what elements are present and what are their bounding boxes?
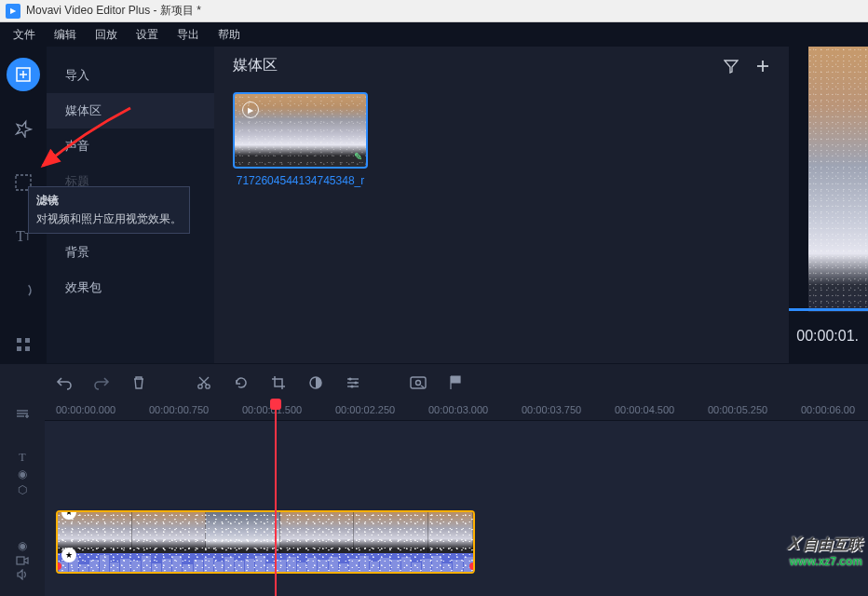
timeline-toolbar [0, 363, 868, 400]
marker-button[interactable] [440, 367, 471, 399]
tooltip-body: 对视频和照片应用视觉效果。 [36, 211, 182, 227]
tracks-area[interactable]: ★ ★ [45, 421, 868, 596]
record-button[interactable] [402, 367, 434, 399]
plus-icon[interactable] [755, 59, 770, 74]
title-bar: ▶ Movavi Video Editor Plus - 新项目 * [0, 0, 868, 22]
ruler-tick: 00:00:02.250 [335, 404, 395, 415]
svg-point-21 [350, 385, 353, 387]
adjust-button[interactable] [337, 367, 369, 399]
timeline: T ◉ ⬡ ◉ 00:00:00.000 00:00:00.750 00:00:… [0, 400, 868, 596]
rotate-button[interactable] [225, 367, 257, 399]
contrast-button[interactable] [300, 367, 332, 399]
svg-point-11 [198, 384, 202, 387]
menu-playback[interactable]: 回放 [86, 23, 127, 47]
sidebar-item-media[interactable]: 媒体区 [47, 93, 214, 129]
timeline-gutter: T ◉ ⬡ ◉ [0, 400, 45, 596]
crop-button[interactable] [263, 367, 294, 399]
svg-point-12 [206, 384, 210, 387]
sidebar-item-effects[interactable]: 效果包 [47, 270, 214, 305]
tooltip-title: 滤镜 [36, 193, 182, 209]
window-title: Movavi Video Editor Plus - 新项目 * [26, 3, 201, 19]
undo-button[interactable] [48, 367, 80, 399]
svg-point-23 [416, 380, 421, 385]
clip-star-icon[interactable]: ★ [61, 548, 76, 562]
play-icon: ▶ [242, 102, 259, 118]
preview-screen[interactable] [808, 47, 868, 312]
rail-apps-button[interactable] [7, 328, 40, 361]
menu-settings[interactable]: 设置 [127, 23, 168, 47]
video-clip[interactable]: ★ ★ [56, 510, 475, 574]
ruler-tick: 00:00:03.000 [428, 404, 488, 415]
preview-progress[interactable] [789, 308, 868, 311]
ruler-tick: 00:00:03.750 [522, 404, 581, 415]
svg-point-19 [348, 377, 351, 380]
redo-button[interactable] [86, 367, 117, 399]
playhead[interactable] [275, 400, 277, 596]
text-track-icon[interactable]: T [19, 451, 25, 465]
add-track-icon[interactable] [15, 408, 30, 419]
thumbnail-name: 7172604544134745348_r [233, 174, 368, 187]
sidebar-item-import[interactable]: 导入 [47, 58, 214, 93]
timeline-body[interactable]: 00:00:00.000 00:00:00.750 00:00:01.500 0… [45, 400, 868, 596]
menu-file[interactable]: 文件 [4, 23, 45, 47]
menu-edit[interactable]: 编辑 [45, 23, 86, 47]
media-title: 媒体区 [233, 56, 278, 75]
menu-export[interactable]: 导出 [168, 23, 209, 47]
sidebar-item-audio[interactable]: 声音 [47, 129, 214, 164]
preview-panel: 00:00:01. [789, 47, 868, 363]
svg-rect-8 [25, 346, 30, 351]
svg-rect-7 [17, 346, 21, 351]
clip-handle-right[interactable] [469, 562, 475, 570]
ruler-tick: 00:00:06.00 [801, 404, 855, 415]
media-thumbnail[interactable]: ▶ ✎ 7172604544134745348_r [233, 92, 368, 187]
cut-button[interactable] [188, 367, 220, 399]
video-track-icon[interactable] [16, 555, 29, 566]
menu-bar: 文件 编辑 回放 设置 导出 帮助 [0, 22, 868, 47]
svg-rect-6 [25, 338, 30, 343]
ruler-tick: 00:00:00.750 [149, 404, 209, 415]
rail-transition-button[interactable] [7, 274, 40, 307]
svg-point-20 [354, 381, 357, 384]
delete-button[interactable] [123, 367, 155, 399]
video-track-eye-icon[interactable]: ◉ [18, 539, 27, 552]
preview-timecode: 00:00:01. [796, 328, 859, 345]
eye-icon[interactable]: ◉ [18, 467, 27, 481]
rail-filters-button[interactable] [7, 112, 40, 145]
media-header: 媒体区 [233, 56, 770, 75]
ruler-tick: 00:00:00.000 [56, 404, 115, 415]
media-zone: 媒体区 ▶ ✎ 7172604544134745348_r [214, 47, 789, 363]
svg-point-4 [14, 281, 33, 300]
svg-rect-29 [17, 557, 24, 564]
main-area: TT 导入 媒体区 声音 标题 贴纸 背景 效果包 滤镜 对视频和照片应用视觉效… [0, 47, 868, 363]
filter-icon[interactable] [724, 59, 739, 74]
ruler-tick: 00:00:04.500 [615, 404, 674, 415]
link-icon[interactable]: ⬡ [18, 483, 27, 496]
audio-track-icon[interactable] [17, 569, 28, 580]
rail-add-button[interactable] [7, 58, 40, 91]
timeline-ruler[interactable]: 00:00:00.000 00:00:00.750 00:00:01.500 0… [45, 400, 868, 421]
ruler-tick: 00:00:05.250 [708, 404, 767, 415]
menu-help[interactable]: 帮助 [209, 23, 250, 47]
checkmark-icon: ✎ [354, 151, 362, 163]
svg-rect-5 [17, 338, 21, 343]
app-icon: ▶ [6, 4, 20, 19]
sidebar-item-backgrounds[interactable]: 背景 [47, 235, 214, 270]
tooltip-filters: 滤镜 对视频和照片应用视觉效果。 [28, 186, 190, 234]
